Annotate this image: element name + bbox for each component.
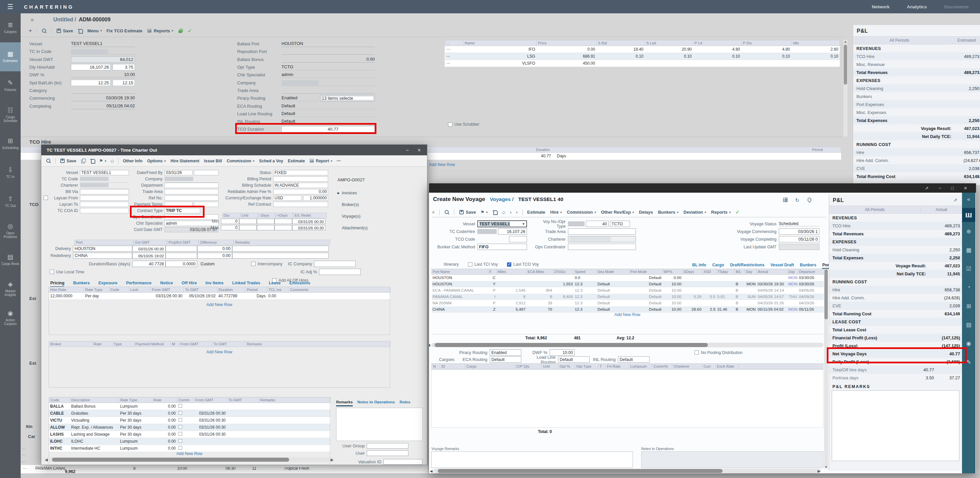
field-input[interactable]	[273, 176, 328, 182]
fees-horizontal-scrollbar[interactable]: ◀ ▶	[44, 457, 334, 462]
itinerary-horizontal-scrollbar[interactable]: ◀	[431, 343, 823, 347]
voyages-breadcrumb-link[interactable]: Voyages /	[490, 196, 514, 202]
minimize-icon[interactable]: −	[939, 186, 941, 191]
field-input[interactable]	[282, 79, 375, 86]
itinerary-row[interactable]: NA 200NMP2,9123912.3DefaultDefault10.00B…	[432, 300, 824, 306]
itinerary-row[interactable]: HOUSTONC0.0Default0.00MON03/30/26	[432, 275, 824, 281]
ops-coordinator-input[interactable]	[568, 244, 636, 250]
field-input[interactable]: 0.00	[282, 56, 375, 63]
tab[interactable]: Notice	[160, 280, 173, 287]
strip-tool-icon[interactable]: ▦	[966, 241, 971, 259]
field-input[interactable]: 10.00	[71, 72, 135, 78]
itinerary-view-link[interactable]: Cargo	[712, 263, 724, 269]
voyage-vertical-scrollbar[interactable]: ▼	[824, 269, 828, 468]
delete-icon[interactable]	[90, 158, 95, 163]
unit-input[interactable]	[239, 225, 257, 230]
proj-act-gmt-input[interactable]	[165, 253, 197, 259]
inl-routing-value[interactable]: Default	[618, 356, 649, 363]
field-input[interactable]	[71, 87, 135, 94]
pricing-add-new-row[interactable]: Add New Row	[49, 301, 390, 307]
last-tci-voy-checkbox[interactable]	[468, 262, 473, 267]
ic-adj-input[interactable]	[319, 269, 361, 275]
el-redel-value[interactable]: 03/31/26 00:30	[292, 225, 325, 230]
comm-checkbox[interactable]	[178, 411, 182, 415]
tab[interactable]: Notes to Operations	[358, 400, 395, 406]
field-input[interactable]: IN ADVANCE	[273, 183, 328, 188]
broker-add-new-row[interactable]: Add New Row	[49, 348, 390, 354]
tree-item[interactable]: ▶ Invoices	[337, 187, 368, 199]
search-icon[interactable]	[41, 28, 47, 33]
tab[interactable]: Remarks	[336, 400, 353, 406]
plus-days-input[interactable]	[274, 219, 292, 224]
add-button[interactable]: +	[432, 209, 435, 215]
toolbar-button[interactable]: Delays▾	[639, 210, 653, 215]
fee-row[interactable]: BALLA Ballast Bonus Lumpsum 0.00	[49, 403, 331, 410]
field-input[interactable]: FIXED	[273, 170, 328, 175]
tree-item[interactable]: ▶ Voyage(s)	[337, 210, 368, 222]
field-input[interactable]	[282, 48, 375, 55]
field-input[interactable]: 16,107.263.75	[71, 64, 135, 71]
toolbar-button[interactable]: Reports▾	[711, 210, 731, 215]
hire-value[interactable]: 16,107.26	[498, 228, 527, 235]
sidebar-item[interactable]: ≣ Cargoes	[0, 13, 21, 42]
field-input[interactable]: Enabled13 items selecte	[282, 95, 375, 102]
ic-company-input[interactable]	[314, 261, 356, 267]
bunker-row[interactable]: ⋯IFO0.0018.4020.904.804.802.60	[445, 46, 840, 53]
toolbar-button[interactable]: Estimate▾	[288, 159, 305, 163]
el-redel-value[interactable]: 03/31/26 00:30	[292, 219, 325, 224]
top-nav-link[interactable]: Documents	[944, 4, 969, 10]
fee-row[interactable]: VICTU Victualling Per 30 days 0.00 03/31…	[49, 417, 331, 424]
port-input[interactable]: CHINA	[73, 253, 132, 259]
comm-checkbox[interactable]	[178, 425, 182, 429]
comm-checkbox[interactable]	[178, 404, 182, 408]
voyage-completing-value[interactable]: 05/11/26 0	[779, 236, 819, 242]
itinerary-row[interactable]: ECA - PANAMA CANALP1,54536412.3DefaultDe…	[432, 287, 824, 294]
toolbar-button[interactable]: Bunkers▾	[658, 210, 679, 215]
bunker-row[interactable]: ⋯VLSFO450.00	[445, 60, 840, 67]
unit-input[interactable]	[239, 219, 257, 224]
strip-tool-icon[interactable]: ⊕	[966, 222, 971, 241]
pl-remarks-textarea[interactable]	[832, 390, 959, 461]
strip-tool-icon[interactable]: ◉	[966, 334, 971, 353]
toolbar-button[interactable]: Hire▾	[550, 210, 562, 215]
strip-tool-icon[interactable]: ▤	[966, 315, 971, 334]
tab[interactable]: Linked Trades	[232, 280, 260, 287]
top-nav-link[interactable]: Analytics	[907, 4, 927, 10]
toolbar-button[interactable]: Other Rev/Exp▾	[601, 210, 634, 215]
save-button[interactable]: Save	[459, 210, 476, 215]
itinerary-view-link[interactable]: Vessel Draft	[770, 263, 794, 269]
refresh-icon[interactable]: ◇	[502, 210, 505, 215]
grid-view-icon[interactable]	[783, 198, 788, 202]
hamburger-menu-icon[interactable]: ☰	[7, 3, 13, 10]
tab[interactable]: Roles	[400, 400, 410, 406]
search-icon[interactable]	[46, 158, 51, 163]
sidebar-item[interactable]: ⊞ Scheduling	[0, 129, 21, 158]
main-vertical-scrollbar[interactable]: ▲	[843, 40, 848, 137]
itinerary-row[interactable]: PANAMA CANALI888,40912.3DefaultDefault10…	[432, 294, 824, 300]
user-group-input[interactable]	[367, 443, 408, 449]
duration-input[interactable]: 0	[221, 219, 239, 224]
more-icon[interactable]: ⋯	[336, 158, 341, 163]
toolbar-button[interactable]: Options▾	[147, 159, 166, 163]
minus-days-input[interactable]	[257, 225, 274, 230]
remarks-textarea[interactable]	[336, 408, 423, 441]
intercompany-checkbox[interactable]	[251, 262, 256, 266]
tco-add-new-row[interactable]: Add New Row	[429, 161, 455, 167]
field-input[interactable]: TEST VESSEL1	[71, 41, 135, 47]
remarks-input[interactable]	[232, 253, 329, 259]
popout-icon[interactable]: ⇗	[925, 186, 929, 191]
reports-button[interactable]: Reports▾	[147, 28, 173, 33]
field-input[interactable]: admin	[282, 72, 375, 78]
tab[interactable]: Off Hire	[181, 280, 197, 287]
fee-row[interactable]: LASHS Lashing and Stowage Per 30 days 0.…	[49, 431, 331, 438]
globe-icon[interactable]	[807, 198, 812, 202]
tab[interactable]: Bunkers	[73, 280, 90, 287]
refresh-icon[interactable]: ↻	[795, 198, 799, 203]
itinerary-add-new-row[interactable]: Add New Row	[431, 311, 823, 317]
search-icon[interactable]	[444, 210, 449, 215]
tab[interactable]: Inv Items	[205, 280, 224, 287]
fee-row[interactable]: CABLE Gratuities Per 30 days 0.00 03/31/…	[49, 410, 331, 417]
close-icon[interactable]: ✕	[964, 186, 967, 191]
fees-add-new-row[interactable]: Add New Row	[49, 450, 330, 456]
sidebar-item[interactable]: ⇧ TC Out	[0, 187, 21, 216]
